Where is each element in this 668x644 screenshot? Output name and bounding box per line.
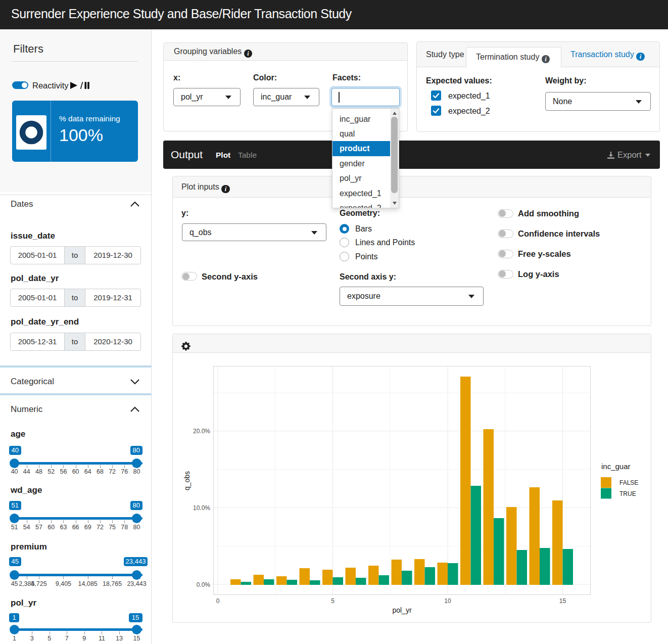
svg-text:0.0%: 0.0% [197,581,211,588]
svg-text:TRUE: TRUE [619,490,636,497]
svg-text:5: 5 [331,597,335,605]
svg-text:pol_yr: pol_yr [392,606,411,614]
svg-text:10.0%: 10.0% [193,504,210,512]
svg-text:20.0%: 20.0% [193,428,210,435]
svg-text:inc_guar: inc_guar [601,462,631,471]
svg-text:FALSE: FALSE [619,479,638,486]
svg-text:q_obs: q_obs [183,471,191,490]
svg-text:0: 0 [216,597,220,605]
svg-text:10: 10 [444,597,451,605]
svg-text:15: 15 [559,597,566,605]
